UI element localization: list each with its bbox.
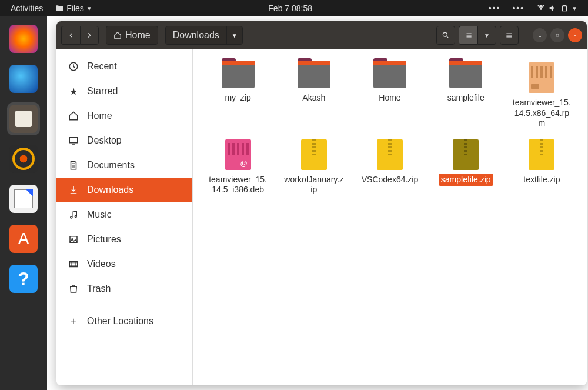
sidebar-item-pictures[interactable]: Pictures [56, 227, 192, 252]
menu-icon [505, 31, 513, 39]
sidebar-item-label: Home [87, 111, 112, 121]
star-icon: ★ [68, 86, 79, 96]
sidebar-item-label: Downloads [87, 185, 133, 195]
system-menu[interactable]: ▼ [530, 4, 583, 13]
dock-libreoffice[interactable] [7, 182, 40, 215]
close-button[interactable] [568, 28, 582, 42]
sidebar-item-starred[interactable]: ★Starred [56, 79, 192, 104]
path-downloads[interactable]: Downloads [166, 26, 226, 44]
sidebar-item-recent[interactable]: Recent [56, 54, 192, 79]
folder-icon [298, 62, 330, 88]
file-item[interactable]: samplefile [430, 59, 502, 134]
clock[interactable]: Feb 7 08:58 [262, 4, 318, 13]
sidebar-separator [56, 305, 192, 305]
dock-thunderbird[interactable] [7, 62, 40, 95]
file-item[interactable]: my_zip [202, 59, 273, 134]
file-label: teamviewer_15.14.5_i386.deb [206, 174, 270, 196]
downloads-icon [68, 185, 79, 195]
file-item[interactable]: Akash [278, 59, 349, 134]
svg-rect-3 [69, 138, 78, 143]
software-icon: A [9, 225, 38, 253]
archive-icon [453, 139, 479, 170]
file-item[interactable]: textfile.zip [506, 136, 577, 200]
file-item[interactable]: teamviewer_15.14.5_i386.deb [202, 136, 273, 200]
chevron-down-icon: ▼ [572, 5, 577, 12]
content-area[interactable]: my_zipAkashHomesamplefileteamviewer_15.1… [193, 49, 587, 385]
file-label: teamviewer_15.14.5.x86_64.rpm [509, 96, 574, 130]
sidebar-item-label: Music [87, 209, 112, 220]
sidebar-item-label: Documents [87, 160, 135, 171]
list-view-button[interactable] [459, 26, 477, 45]
dock-rhythmbox[interactable] [7, 142, 40, 175]
app-menu[interactable]: Files ▼ [49, 4, 98, 13]
libreoffice-icon [9, 185, 38, 213]
file-item[interactable]: Home [354, 59, 425, 134]
dock-files[interactable] [7, 102, 40, 135]
sidebar-item-label: Recent [87, 61, 117, 72]
thunderbird-icon [9, 65, 38, 93]
icon-grid: my_zipAkashHomesamplefileteamviewer_15.1… [202, 59, 577, 200]
documents-icon [68, 160, 79, 171]
app-menu-label: Files [66, 4, 84, 13]
path-dropdown[interactable]: ▼ [226, 26, 242, 44]
files-icon [9, 105, 38, 133]
plus-icon: + [68, 316, 79, 326]
sidebar-item-documents[interactable]: Documents [56, 153, 192, 178]
maximize-button[interactable] [550, 28, 564, 42]
file-label: samplefile.zip [439, 174, 493, 186]
forward-button[interactable] [80, 26, 99, 45]
file-item[interactable]: samplefile.zip [430, 136, 502, 200]
dock-help[interactable]: ? [7, 262, 40, 295]
folder-icon [373, 62, 406, 88]
path-label: Home [125, 30, 151, 41]
back-button[interactable] [61, 26, 80, 45]
chevron-right-icon [85, 31, 93, 39]
music-icon [68, 209, 79, 220]
chevron-down-icon: ▼ [86, 5, 92, 12]
home-icon [68, 111, 79, 121]
svg-point-5 [75, 216, 76, 218]
file-item[interactable]: VSCodex64.zip [354, 136, 425, 200]
pictures-icon [68, 234, 79, 245]
sidebar-item-home[interactable]: Home [56, 104, 192, 128]
activities-button[interactable]: Activities [5, 4, 49, 13]
sidebar-item-music[interactable]: Music [56, 202, 192, 227]
view-segment: ▼ [459, 26, 496, 45]
sidebar-item-label: Desktop [87, 135, 122, 146]
headerbar: Home Downloads ▼ ▼ [56, 21, 587, 49]
sidebar-item-other-locations[interactable]: +Other Locations [56, 309, 192, 334]
pathbar: Home [106, 26, 158, 45]
path-home[interactable]: Home [106, 26, 158, 44]
svg-point-4 [71, 216, 72, 218]
file-item[interactable]: teamviewer_15.14.5.x86_64.rpm [506, 59, 577, 134]
top-panel: Activities Files ▼ Feb 7 08:58 ••• ••• ▼ [0, 0, 588, 16]
search-button[interactable] [436, 26, 455, 45]
archive-icon [529, 139, 554, 170]
svg-point-0 [443, 32, 447, 36]
dock: A ? [0, 16, 47, 390]
videos-icon [68, 259, 79, 269]
minimize-button[interactable] [533, 28, 547, 42]
file-label: textfile.zip [521, 174, 562, 186]
sidebar-item-label: Videos [87, 259, 116, 269]
svg-rect-6 [70, 236, 77, 243]
home-icon [113, 31, 122, 39]
chevron-left-icon [67, 31, 75, 39]
firefox-icon [9, 25, 38, 53]
hamburger-menu[interactable] [500, 26, 519, 45]
view-dropdown[interactable]: ▼ [477, 26, 496, 45]
dock-software[interactable]: A [7, 222, 40, 255]
indicator-1[interactable]: ••• [483, 4, 507, 13]
file-label: samplefile [445, 92, 487, 105]
svg-rect-8 [69, 262, 78, 267]
indicator-2[interactable]: ••• [506, 4, 530, 13]
archive-icon [377, 139, 403, 170]
dock-firefox[interactable] [7, 22, 40, 55]
sidebar-item-downloads[interactable]: Downloads [56, 178, 192, 202]
rhythmbox-icon [9, 145, 38, 173]
sidebar-item-videos[interactable]: Videos [56, 252, 192, 276]
battery-icon [560, 4, 569, 13]
file-item[interactable]: workofJanuary.zip [278, 136, 349, 200]
sidebar-item-desktop[interactable]: Desktop [56, 128, 192, 153]
sidebar-item-trash[interactable]: Trash [56, 276, 192, 301]
